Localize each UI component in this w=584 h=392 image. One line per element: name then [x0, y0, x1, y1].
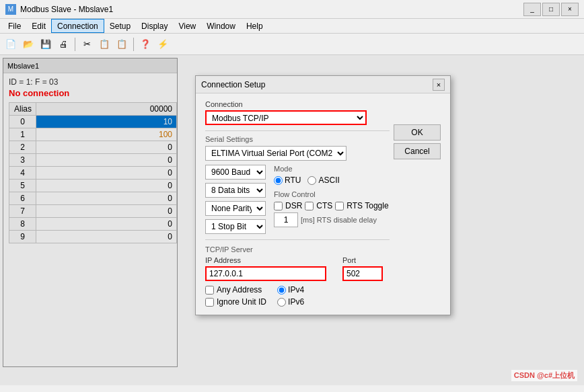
menu-help[interactable]: Help: [241, 19, 268, 33]
title-bar-controls: _ □ ×: [523, 3, 579, 16]
divider1: [205, 130, 390, 131]
connection-group: Connection Modbus TCP/IP: [205, 100, 390, 125]
menu-edit[interactable]: Edit: [26, 19, 51, 33]
ignore-unit-id-text: Ignore Unit ID: [217, 297, 266, 307]
close-button[interactable]: ×: [561, 3, 579, 16]
menu-file[interactable]: File: [3, 19, 26, 33]
mode-rtu-radio[interactable]: [274, 176, 283, 185]
toolbar-sep2: [133, 38, 134, 51]
ipv4-radio[interactable]: [277, 286, 286, 295]
toolbar-save[interactable]: 💾: [38, 36, 54, 52]
ok-button[interactable]: OK: [394, 124, 441, 141]
any-address-label[interactable]: Any Address: [205, 285, 266, 295]
toolbar-copy[interactable]: 📋: [96, 36, 112, 52]
mode-label: Mode: [274, 165, 389, 173]
dialog-title-bar: Connection Setup ×: [196, 76, 450, 93]
ip-address-label: IP Address: [205, 256, 337, 264]
menu-window[interactable]: Window: [201, 19, 241, 33]
toolbar-new[interactable]: 📄: [3, 36, 19, 52]
dialog-title-text: Connection Setup: [201, 80, 265, 89]
tcpip-section: TCP/IP Server IP Address Port: [205, 245, 390, 307]
dialog-body: OK Cancel Connection Modbus TCP/IP Seria…: [196, 93, 450, 315]
databits-select[interactable]: 8 Data bits: [205, 183, 266, 198]
mode-rtu-label[interactable]: RTU: [274, 175, 301, 185]
tcpip-label: TCP/IP Server: [205, 245, 390, 253]
cts-label[interactable]: CTS: [305, 201, 332, 210]
mode-radio-group: RTU ASCII: [274, 175, 389, 185]
port-label: Port: [342, 256, 390, 264]
ipv6-radio[interactable]: [277, 298, 286, 307]
toolbar-sep1: [75, 38, 75, 51]
divider2: [205, 239, 390, 240]
watermark: CSDN @c#上位机: [511, 370, 577, 381]
connection-setup-dialog: Connection Setup × OK Cancel Connection …: [195, 75, 451, 315]
app-title: Modbus Slave - Mbslave1: [20, 5, 523, 14]
ipv6-label[interactable]: IPv6: [277, 297, 304, 307]
ip-address-input[interactable]: [205, 266, 326, 281]
rts-delay-input[interactable]: [274, 212, 298, 227]
cancel-button[interactable]: Cancel: [394, 143, 441, 159]
maximize-button[interactable]: □: [542, 3, 560, 16]
main-area: Mbslave1 ID = 1: F = 03 No connection Al…: [0, 55, 584, 385]
ignore-unit-id-checkbox[interactable]: [205, 298, 214, 307]
minimize-button[interactable]: _: [523, 3, 541, 16]
any-address-checkbox[interactable]: [205, 286, 214, 295]
serial-port-select[interactable]: ELTIMA Virtual Serial Port (COM2->COM1): [205, 146, 346, 161]
flow-control-label: Flow Control: [274, 190, 389, 198]
baud-select[interactable]: 9600 Baud: [205, 165, 266, 180]
menu-bar: File Edit Connection Setup Display View …: [0, 19, 584, 34]
toolbar-connect[interactable]: ⚡: [155, 36, 171, 52]
ignore-unit-id-label[interactable]: Ignore Unit ID: [205, 297, 266, 307]
cts-checkbox[interactable]: [305, 202, 314, 210]
dsr-label[interactable]: DSR: [274, 201, 302, 210]
ip-input-wrap: IP Address: [205, 256, 337, 281]
connection-label: Connection: [205, 100, 390, 108]
toolbar-open[interactable]: 📂: [20, 36, 36, 52]
rts-delay-unit: [ms] RTS disable delay: [301, 216, 377, 224]
mode-ascii-radio[interactable]: [307, 176, 316, 185]
menu-connection[interactable]: Connection: [51, 19, 104, 33]
dialog-buttons: OK Cancel: [394, 124, 441, 159]
flow-row2: [ms] RTS disable delay: [274, 212, 389, 227]
dialog-close-button[interactable]: ×: [433, 79, 445, 91]
rts-toggle-checkbox[interactable]: [335, 202, 344, 210]
menu-setup[interactable]: Setup: [104, 19, 136, 33]
toolbar: 📄 📂 💾 🖨 ✂ 📋 📋 ❓ ⚡: [0, 34, 584, 55]
port-input[interactable]: [342, 266, 383, 281]
flow-control-section: Flow Control DSR CTS: [274, 190, 389, 227]
toolbar-cut[interactable]: ✂: [79, 36, 95, 52]
ip-port-row: IP Address Port: [205, 256, 390, 281]
toolbar-print[interactable]: 🖨: [55, 36, 71, 52]
toolbar-help[interactable]: ❓: [137, 36, 153, 52]
serial-settings-group: Serial Settings ELTIMA Virtual Serial Po…: [205, 135, 390, 234]
mode-section: Mode RTU ASCII: [274, 165, 389, 185]
parity-select[interactable]: None Parity: [205, 201, 266, 216]
title-bar: M Modbus Slave - Mbslave1 _ □ ×: [0, 0, 584, 19]
app-icon: M: [5, 4, 16, 15]
mode-ascii-label[interactable]: ASCII: [307, 175, 339, 185]
dsr-checkbox[interactable]: [274, 202, 283, 210]
flow-row1: DSR CTS RTS Toggle: [274, 201, 389, 210]
connection-select[interactable]: Modbus TCP/IP: [205, 110, 367, 125]
menu-display[interactable]: Display: [136, 19, 173, 33]
serial-settings-label: Serial Settings: [205, 135, 390, 143]
rts-toggle-label[interactable]: RTS Toggle: [335, 201, 388, 210]
toolbar-paste[interactable]: 📋: [114, 36, 130, 52]
menu-view[interactable]: View: [173, 19, 201, 33]
ipv4-label[interactable]: IPv4: [277, 285, 304, 295]
port-input-wrap: Port: [342, 256, 390, 281]
any-address-text: Any Address: [217, 285, 262, 295]
stopbit-select[interactable]: 1 Stop Bit: [205, 219, 266, 234]
